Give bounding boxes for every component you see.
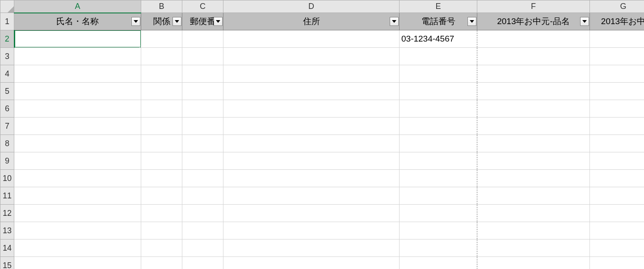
- cell-D15[interactable]: [223, 257, 400, 269]
- row-header-15[interactable]: 15: [0, 257, 14, 269]
- cell-A1[interactable]: 氏名・名称: [14, 13, 141, 30]
- row-header-7[interactable]: 7: [0, 118, 14, 135]
- cell-G11[interactable]: [590, 187, 644, 205]
- filter-button-A[interactable]: [131, 17, 140, 26]
- cell-C4[interactable]: [182, 65, 223, 83]
- filter-button-E[interactable]: [467, 17, 476, 26]
- filter-button-B[interactable]: [173, 17, 181, 26]
- column-header-F[interactable]: F: [477, 0, 590, 13]
- cell-B8[interactable]: [141, 135, 182, 152]
- row-header-11[interactable]: 11: [0, 187, 14, 205]
- cell-D14[interactable]: [223, 240, 400, 257]
- column-header-A[interactable]: A: [14, 0, 141, 13]
- cell-E2[interactable]: 03-1234-4567: [400, 30, 477, 48]
- cell-E8[interactable]: [400, 135, 477, 152]
- cell-C12[interactable]: [182, 205, 223, 222]
- cell-A5[interactable]: [14, 83, 141, 100]
- cell-F9[interactable]: [477, 152, 590, 170]
- cell-D7[interactable]: [223, 118, 400, 135]
- cell-A3[interactable]: [14, 48, 141, 65]
- row-header-3[interactable]: 3: [0, 48, 14, 65]
- cell-C3[interactable]: [182, 48, 223, 65]
- cell-D5[interactable]: [223, 83, 400, 100]
- cell-A13[interactable]: [14, 222, 141, 240]
- cell-G7[interactable]: [590, 118, 644, 135]
- cell-D10[interactable]: [223, 170, 400, 187]
- cell-B7[interactable]: [141, 118, 182, 135]
- cell-F1[interactable]: 2013年お中元-品名: [477, 13, 590, 30]
- column-header-D[interactable]: D: [223, 0, 400, 13]
- cell-D13[interactable]: [223, 222, 400, 240]
- cell-C11[interactable]: [182, 187, 223, 205]
- cell-D8[interactable]: [223, 135, 400, 152]
- cell-E14[interactable]: [400, 240, 477, 257]
- row-header-9[interactable]: 9: [0, 152, 14, 170]
- cell-F13[interactable]: [477, 222, 590, 240]
- cell-D2[interactable]: [223, 30, 400, 48]
- filter-button-D[interactable]: [390, 17, 399, 26]
- cell-G12[interactable]: [590, 205, 644, 222]
- cell-F5[interactable]: [477, 83, 590, 100]
- cell-A15[interactable]: [14, 257, 141, 269]
- cell-G2[interactable]: [590, 30, 644, 48]
- cell-B1[interactable]: 関係: [141, 13, 182, 30]
- cell-A6[interactable]: [14, 100, 141, 118]
- cell-E10[interactable]: [400, 170, 477, 187]
- cell-A10[interactable]: [14, 170, 141, 187]
- cell-A2[interactable]: [14, 30, 141, 48]
- cell-G13[interactable]: [590, 222, 644, 240]
- cell-E4[interactable]: [400, 65, 477, 83]
- cell-B12[interactable]: [141, 205, 182, 222]
- cell-G14[interactable]: [590, 240, 644, 257]
- cell-E11[interactable]: [400, 187, 477, 205]
- cell-A4[interactable]: [14, 65, 141, 83]
- cell-A8[interactable]: [14, 135, 141, 152]
- row-header-2[interactable]: 2: [0, 30, 14, 48]
- cell-D11[interactable]: [223, 187, 400, 205]
- cell-G5[interactable]: [590, 83, 644, 100]
- cell-C13[interactable]: [182, 222, 223, 240]
- cell-A7[interactable]: [14, 118, 141, 135]
- cell-B15[interactable]: [141, 257, 182, 269]
- row-header-5[interactable]: 5: [0, 83, 14, 100]
- cell-D6[interactable]: [223, 100, 400, 118]
- cell-B3[interactable]: [141, 48, 182, 65]
- cell-A11[interactable]: [14, 187, 141, 205]
- cell-G10[interactable]: [590, 170, 644, 187]
- cell-D9[interactable]: [223, 152, 400, 170]
- column-header-B[interactable]: B: [141, 0, 182, 13]
- cell-D4[interactable]: [223, 65, 400, 83]
- row-header-12[interactable]: 12: [0, 205, 14, 222]
- cell-C8[interactable]: [182, 135, 223, 152]
- cell-D1[interactable]: 住所: [223, 13, 400, 30]
- filter-button-C[interactable]: [214, 17, 223, 26]
- cell-F4[interactable]: [477, 65, 590, 83]
- row-header-1[interactable]: 1: [0, 13, 14, 30]
- cell-F3[interactable]: [477, 48, 590, 65]
- cell-G4[interactable]: [590, 65, 644, 83]
- fill-handle[interactable]: [139, 46, 141, 48]
- select-all-corner[interactable]: [0, 0, 14, 13]
- cell-E9[interactable]: [400, 152, 477, 170]
- cell-C6[interactable]: [182, 100, 223, 118]
- cell-A12[interactable]: [14, 205, 141, 222]
- cell-G9[interactable]: [590, 152, 644, 170]
- cell-E3[interactable]: [400, 48, 477, 65]
- cell-C9[interactable]: [182, 152, 223, 170]
- cell-B5[interactable]: [141, 83, 182, 100]
- cell-F6[interactable]: [477, 100, 590, 118]
- row-header-6[interactable]: 6: [0, 100, 14, 118]
- cell-F10[interactable]: [477, 170, 590, 187]
- row-header-14[interactable]: 14: [0, 240, 14, 257]
- cell-B2[interactable]: [141, 30, 182, 48]
- cell-E1[interactable]: 電話番号: [400, 13, 477, 30]
- cell-B13[interactable]: [141, 222, 182, 240]
- cell-G15[interactable]: [590, 257, 644, 269]
- cell-F14[interactable]: [477, 240, 590, 257]
- cell-D12[interactable]: [223, 205, 400, 222]
- row-header-13[interactable]: 13: [0, 222, 14, 240]
- cell-D3[interactable]: [223, 48, 400, 65]
- cell-F15[interactable]: [477, 257, 590, 269]
- cell-F11[interactable]: [477, 187, 590, 205]
- cell-F8[interactable]: [477, 135, 590, 152]
